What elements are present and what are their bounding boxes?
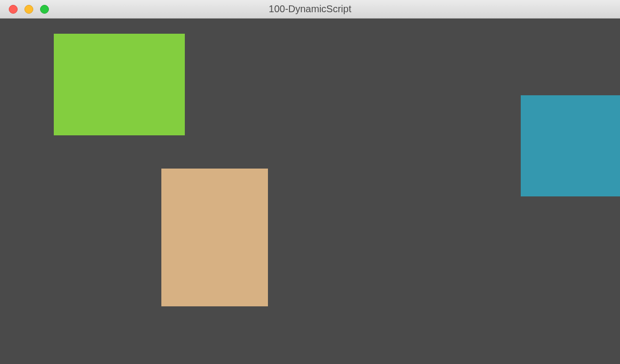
- maximize-button[interactable]: [40, 5, 49, 14]
- rect-green[interactable]: [54, 34, 185, 135]
- app-canvas[interactable]: [0, 19, 620, 364]
- close-button[interactable]: [9, 5, 18, 14]
- traffic-lights: [0, 5, 49, 14]
- minimize-button[interactable]: [24, 5, 33, 14]
- window-title: 100-DynamicScript: [269, 3, 352, 15]
- window-titlebar[interactable]: 100-DynamicScript: [0, 0, 620, 19]
- rect-tan[interactable]: [161, 169, 268, 306]
- rect-teal[interactable]: [521, 95, 620, 196]
